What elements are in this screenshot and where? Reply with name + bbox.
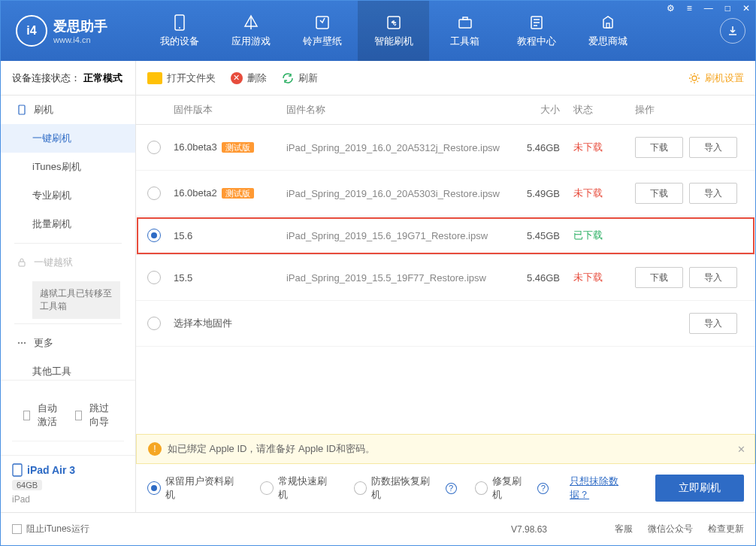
- import-button[interactable]: 导入: [689, 267, 737, 288]
- sidebar-section-jailbreak: 一键越狱: [1, 248, 135, 277]
- sidebar-section-flash[interactable]: 刷机: [1, 96, 135, 124]
- help-icon[interactable]: ?: [537, 483, 549, 494]
- flash-settings-button[interactable]: 刷机设置: [688, 71, 744, 85]
- open-folder-button[interactable]: 打开文件夹: [147, 71, 216, 85]
- svg-point-14: [692, 76, 697, 80]
- row-radio[interactable]: [147, 271, 161, 284]
- firmware-name: iPad_Spring_2019_15.6_19G71_Restore.ipsw: [286, 230, 488, 241]
- customer-service-link[interactable]: 客服: [615, 523, 633, 535]
- check-update-link[interactable]: 检查更新: [708, 523, 744, 535]
- import-button[interactable]: 导入: [689, 313, 737, 334]
- settings-icon[interactable]: ⚙: [664, 2, 678, 15]
- svg-rect-9: [19, 262, 25, 266]
- logo-icon: i4: [16, 15, 47, 47]
- gear-icon: [688, 72, 700, 84]
- app-subtitle: www.i4.cn: [53, 35, 107, 44]
- maximize-icon[interactable]: □: [722, 2, 733, 15]
- svg-rect-8: [19, 105, 25, 114]
- sidebar-item-other-tools[interactable]: 其他工具: [1, 357, 135, 380]
- header: i4 爱思助手 www.i4.cn 我的设备应用游戏铃声壁纸智能刷机工具箱教程中…: [1, 1, 755, 61]
- nav-tab-2[interactable]: 铃声壁纸: [286, 1, 358, 61]
- device-name: iPad Air 3: [27, 464, 75, 476]
- flash-now-button[interactable]: 立即刷机: [655, 475, 744, 502]
- row-radio[interactable]: [147, 187, 161, 200]
- firmware-row[interactable]: 15.6iPad_Spring_2019_15.6_19G71_Restore.…: [136, 217, 755, 255]
- download-button[interactable]: 下载: [635, 267, 683, 288]
- close-icon[interactable]: ✕: [739, 2, 753, 15]
- firmware-version: 15.5: [174, 272, 192, 284]
- device-info: iPad Air 3 64GB iPad: [1, 455, 135, 512]
- flash-options-bar: 保留用户资料刷机 常规快速刷机 防数据恢复刷机? 修复刷机? 只想抹除数据？ 立…: [136, 464, 755, 512]
- version-label: V7.98.63: [511, 524, 547, 535]
- svg-point-12: [24, 341, 26, 343]
- firmware-version: 16.0beta2: [174, 187, 217, 199]
- firmware-version: 15.6: [174, 230, 192, 241]
- refresh-button[interactable]: 刷新: [282, 71, 318, 85]
- nav-icon: [528, 14, 546, 32]
- firmware-row[interactable]: 16.0beta2测试版iPad_Spring_2019_16.0_20A530…: [136, 171, 755, 217]
- svg-rect-7: [606, 23, 609, 28]
- firmware-name: iPad_Spring_2019_15.5_19F77_Restore.ipsw: [286, 272, 486, 284]
- help-icon[interactable]: ?: [446, 483, 457, 494]
- firmware-version: 16.0beta3: [174, 141, 217, 153]
- flash-icon: [16, 104, 28, 116]
- device-icon: [12, 463, 23, 477]
- svg-point-10: [18, 341, 20, 343]
- app-title: 爱思助手: [53, 17, 107, 35]
- svg-point-11: [21, 341, 23, 343]
- opt-normal[interactable]: 常规快速刷机: [260, 475, 336, 502]
- svg-rect-13: [13, 464, 22, 476]
- download-button[interactable]: 下载: [635, 183, 683, 204]
- header-version: 固件版本: [174, 103, 286, 117]
- notice-close-icon[interactable]: ✕: [737, 444, 745, 455]
- firmware-status: 已下载: [560, 229, 620, 242]
- nav-icon: [599, 14, 617, 32]
- row-radio[interactable]: [147, 229, 161, 242]
- firmware-status: 未下载: [560, 141, 620, 154]
- opt-anti-recovery[interactable]: 防数据恢复刷机?: [354, 475, 457, 502]
- appleid-notice: ! 如已绑定 Apple ID，请准备好 Apple ID和密码。 ✕: [136, 434, 755, 464]
- erase-data-link[interactable]: 只想抹除数据？: [570, 475, 637, 502]
- firmware-row[interactable]: 16.0beta3测试版iPad_Spring_2019_16.0_20A531…: [136, 125, 755, 171]
- block-itunes-option[interactable]: 阻止iTunes运行: [12, 523, 89, 535]
- refresh-icon: [282, 72, 294, 84]
- warning-icon: !: [148, 442, 162, 456]
- nav-icon: [313, 14, 331, 32]
- more-icon: [16, 337, 28, 349]
- minimize-icon[interactable]: —: [701, 2, 716, 15]
- row-radio[interactable]: [147, 317, 161, 330]
- skip-wizard-checkbox[interactable]: [75, 411, 82, 420]
- firmware-row[interactable]: 15.5iPad_Spring_2019_15.5_19F77_Restore.…: [136, 255, 755, 301]
- download-button[interactable]: 下载: [635, 137, 683, 158]
- status-value: 正常模式: [83, 71, 122, 85]
- download-manager-icon[interactable]: [720, 18, 745, 44]
- firmware-name: iPad_Spring_2019_16.0_20A5303i_Restore.i…: [286, 188, 500, 199]
- opt-keep-data[interactable]: 保留用户资料刷机: [147, 475, 242, 502]
- nav-tab-4[interactable]: 工具箱: [429, 1, 500, 61]
- sidebar-item-itunes-flash[interactable]: iTunes刷机: [1, 153, 135, 181]
- local-firmware-row[interactable]: 选择本地固件导入: [136, 301, 755, 347]
- nav-tab-0[interactable]: 我的设备: [144, 1, 215, 61]
- sidebar-item-oneclick-flash[interactable]: 一键刷机: [1, 124, 135, 153]
- header-size: 大小: [500, 103, 560, 117]
- nav-tab-1[interactable]: 应用游戏: [215, 1, 286, 61]
- menu-icon[interactable]: ≡: [684, 2, 695, 15]
- import-button[interactable]: 导入: [689, 137, 737, 158]
- row-radio[interactable]: [147, 141, 161, 154]
- auto-activate-label: 自动激活: [38, 402, 61, 429]
- nav-tab-6[interactable]: 爱思商城: [572, 1, 643, 61]
- import-button[interactable]: 导入: [689, 183, 737, 204]
- sidebar-item-pro-flash[interactable]: 专业刷机: [1, 181, 135, 210]
- local-firmware-label: 选择本地固件: [174, 317, 286, 330]
- sidebar-item-batch-flash[interactable]: 批量刷机: [1, 210, 135, 238]
- folder-icon: [147, 72, 162, 84]
- wechat-link[interactable]: 微信公众号: [648, 523, 693, 535]
- opt-repair[interactable]: 修复刷机?: [475, 475, 549, 502]
- table-header: 固件版本 固件名称 大小 状态 操作: [136, 96, 755, 125]
- auto-activate-checkbox[interactable]: [23, 411, 30, 420]
- sidebar-section-more[interactable]: 更多: [1, 329, 135, 357]
- delete-button[interactable]: ✕ 删除: [231, 71, 267, 85]
- nav-icon: [171, 14, 189, 32]
- nav-tab-5[interactable]: 教程中心: [500, 1, 572, 61]
- nav-tab-3[interactable]: 智能刷机: [358, 1, 429, 61]
